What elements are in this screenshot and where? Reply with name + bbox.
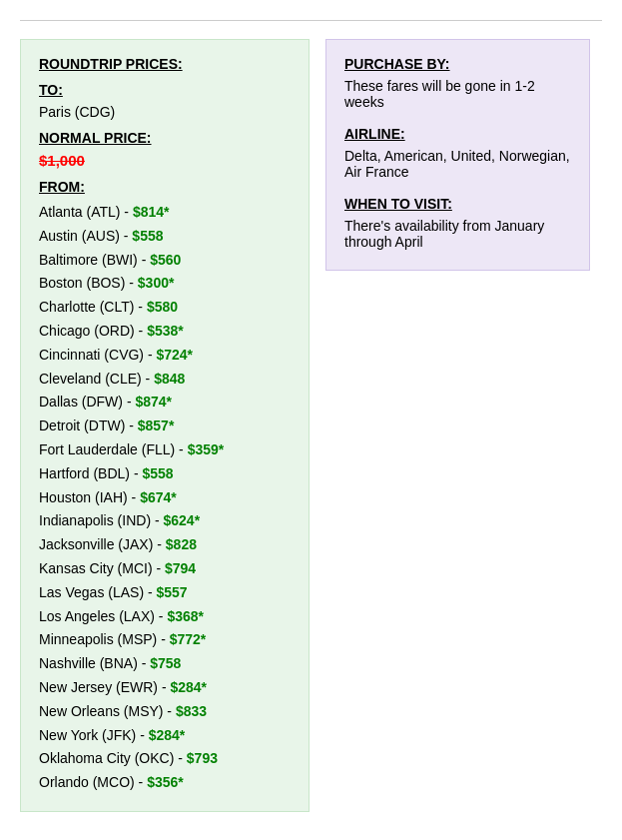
route-price: $828	[166, 536, 197, 552]
purchase-by-text: These fares will be gone in 1-2 weeks	[344, 78, 571, 110]
when-to-visit-label: WHEN TO VISIT:	[344, 196, 571, 212]
list-item: Las Vegas (LAS) - $557	[39, 581, 291, 605]
list-item: Hartford (BDL) - $558	[39, 462, 291, 486]
route-price: $284*	[170, 679, 207, 695]
route-price: $557	[157, 584, 188, 600]
list-item: Oklahoma City (OKC) - $793	[39, 747, 291, 771]
list-item: Detroit (DTW) - $857*	[39, 415, 291, 438]
list-item: Houston (IAH) - $674*	[39, 486, 291, 510]
route-price: $558	[142, 465, 173, 481]
list-item: Minneapolis (MSP) - $772*	[39, 628, 291, 652]
route-price: $794	[165, 560, 196, 576]
list-item: Cincinnati (CVG) - $724*	[39, 344, 291, 368]
list-item: Fort Lauderdale (FLL) - $359*	[39, 438, 291, 462]
to-label: TO:	[39, 82, 291, 98]
route-price: $772*	[170, 631, 207, 647]
route-price: $833	[176, 703, 207, 719]
list-item: New York (JFK) - $284*	[39, 724, 291, 748]
airline-label: AIRLINE:	[344, 126, 571, 142]
list-item: Baltimore (BWI) - $560	[39, 249, 291, 273]
routes-list: Atlanta (ATL) - $814*Austin (AUS) - $558…	[39, 201, 291, 795]
route-price: $724*	[156, 347, 193, 363]
route-price: $558	[132, 228, 163, 244]
list-item: New Jersey (EWR) - $284*	[39, 676, 291, 700]
when-to-visit-section: WHEN TO VISIT: There's availability from…	[344, 196, 571, 250]
list-item: Indianapolis (IND) - $624*	[39, 509, 291, 533]
route-price: $359*	[188, 441, 225, 457]
route-price: $624*	[164, 512, 201, 528]
route-price: $848	[154, 371, 185, 387]
airline-section: AIRLINE: Delta, American, United, Norweg…	[344, 126, 571, 180]
list-item: Chicago (ORD) - $538*	[39, 320, 291, 344]
airline-text: Delta, American, United, Norwegian, Air …	[344, 148, 571, 180]
route-price: $758	[150, 655, 181, 671]
route-price: $857*	[138, 418, 175, 433]
route-price: $580	[147, 299, 178, 315]
when-to-visit-text: There's availability from January throug…	[344, 218, 571, 250]
route-price: $368*	[167, 608, 204, 624]
route-price: $300*	[138, 275, 175, 291]
list-item: Kansas City (MCI) - $794	[39, 557, 291, 581]
list-item: Nashville (BNA) - $758	[39, 652, 291, 676]
from-label: FROM:	[39, 179, 291, 195]
page-wrapper: ROUNDTRIP PRICES: TO: Paris (CDG) NORMAL…	[0, 10, 622, 822]
route-price: $284*	[149, 727, 186, 743]
normal-price-label: NORMAL PRICE:	[39, 130, 291, 146]
list-item: Charlotte (CLT) - $580	[39, 296, 291, 320]
list-item: Boston (BOS) - $300*	[39, 272, 291, 296]
list-item: Dallas (DFW) - $874*	[39, 391, 291, 415]
list-item: Cleveland (CLE) - $848	[39, 368, 291, 392]
normal-price-value: $1,000	[39, 152, 291, 169]
route-price: $538*	[147, 323, 184, 339]
right-panel: PURCHASE BY: These fares will be gone in…	[325, 39, 590, 271]
route-price: $814*	[133, 204, 170, 220]
purchase-by-label: PURCHASE BY:	[344, 56, 571, 72]
top-divider	[20, 20, 602, 21]
to-value: Paris (CDG)	[39, 104, 291, 120]
list-item: New Orleans (MSY) - $833	[39, 700, 291, 724]
list-item: Orlando (MCO) - $356*	[39, 771, 291, 795]
purchase-by-section: PURCHASE BY: These fares will be gone in…	[344, 56, 571, 110]
route-price: $356*	[147, 774, 184, 790]
list-item: Atlanta (ATL) - $814*	[39, 201, 291, 225]
roundtrip-title: ROUNDTRIP PRICES:	[39, 56, 291, 72]
route-price: $674*	[140, 489, 177, 505]
route-price: $874*	[135, 394, 172, 410]
list-item: Austin (AUS) - $558	[39, 225, 291, 249]
left-panel: ROUNDTRIP PRICES: TO: Paris (CDG) NORMAL…	[20, 39, 310, 812]
list-item: Jacksonville (JAX) - $828	[39, 533, 291, 557]
list-item: Los Angeles (LAX) - $368*	[39, 605, 291, 629]
route-price: $560	[150, 252, 181, 268]
content-row: ROUNDTRIP PRICES: TO: Paris (CDG) NORMAL…	[20, 39, 602, 812]
route-price: $793	[187, 750, 218, 766]
